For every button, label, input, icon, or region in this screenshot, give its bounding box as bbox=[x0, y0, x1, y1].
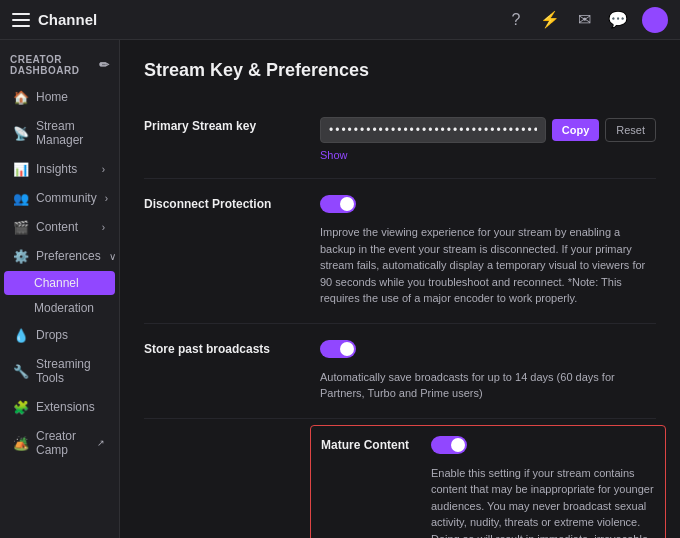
sidebar-section-header: CREATOR DASHBOARD ✏ bbox=[0, 48, 119, 82]
stream-key-row: Copy Reset bbox=[320, 117, 656, 143]
extensions-icon: 🧩 bbox=[14, 400, 28, 414]
label-disconnect-protection: Disconnect Protection bbox=[144, 195, 304, 211]
toggle-track bbox=[431, 436, 467, 454]
community-chevron: › bbox=[105, 193, 108, 204]
sidebar-item-community[interactable]: 👥 Community › bbox=[4, 184, 115, 212]
preferences-icon: ⚙️ bbox=[14, 249, 28, 263]
sidebar-item-stream-manager[interactable]: 📡 Stream Manager bbox=[4, 112, 115, 154]
top-nav: Channel ? ⚡ ✉ 💬 bbox=[0, 0, 680, 40]
creator-camp-icon: 🏕️ bbox=[14, 436, 28, 450]
control-mature-content: Mature Content Enable this setting if yo… bbox=[320, 435, 656, 539]
toggle-track bbox=[320, 340, 356, 358]
control-disconnect-protection: Improve the viewing experience for your … bbox=[320, 195, 656, 307]
edit-dashboard-icon[interactable]: ✏ bbox=[99, 58, 110, 72]
content-icon: 🎬 bbox=[14, 220, 28, 234]
nav-left: Channel bbox=[12, 11, 97, 28]
sidebar-item-insights[interactable]: 📊 Insights › bbox=[4, 155, 115, 183]
drops-icon: 💧 bbox=[14, 328, 28, 342]
mature-content-toggle[interactable] bbox=[431, 436, 467, 454]
sidebar-item-drops[interactable]: 💧 Drops bbox=[4, 321, 115, 349]
setting-row-mature-content: Mature Content Enable this setting if yo… bbox=[144, 419, 656, 539]
sidebar-item-moderation[interactable]: Moderation bbox=[4, 296, 115, 320]
setting-row-primary-stream-key: Primary Stream key Copy Reset Show bbox=[144, 101, 656, 179]
insights-icon: 📊 bbox=[14, 162, 28, 176]
sidebar-item-home[interactable]: 🏠 Home bbox=[4, 83, 115, 111]
store-past-broadcasts-description: Automatically save broadcasts for up to … bbox=[320, 369, 656, 402]
store-past-broadcasts-toggle[interactable] bbox=[320, 340, 356, 358]
brand-name: Channel bbox=[38, 11, 97, 28]
main-layout: CREATOR DASHBOARD ✏ 🏠 Home 📡 Stream Mana… bbox=[0, 40, 680, 538]
setting-row-store-past-broadcasts: Store past broadcasts Automatically save… bbox=[144, 324, 656, 419]
mail-icon[interactable]: ✉ bbox=[574, 10, 594, 30]
external-link-icon: ↗ bbox=[97, 438, 105, 448]
mature-content-controls: Enable this setting if your stream conta… bbox=[431, 436, 655, 539]
show-link[interactable]: Show bbox=[320, 149, 348, 161]
sidebar-item-preferences[interactable]: ⚙️ Preferences ∨ bbox=[4, 242, 115, 270]
avatar[interactable] bbox=[642, 7, 668, 33]
mature-content-box: Mature Content Enable this setting if yo… bbox=[310, 425, 666, 539]
mature-content-description: Enable this setting if your stream conta… bbox=[431, 465, 655, 539]
toggle-thumb bbox=[340, 197, 354, 211]
disconnect-protection-toggle[interactable] bbox=[320, 195, 356, 213]
stream-manager-icon: 📡 bbox=[14, 126, 28, 140]
setting-row-disconnect-protection: Disconnect Protection Improve the viewin… bbox=[144, 179, 656, 324]
toggle-track bbox=[320, 195, 356, 213]
community-icon: 👥 bbox=[14, 191, 28, 205]
help-icon[interactable]: ? bbox=[506, 10, 526, 30]
content-area: Stream Key & Preferences Primary Stream … bbox=[120, 40, 680, 538]
page-title: Stream Key & Preferences bbox=[144, 60, 656, 81]
content-chevron: › bbox=[102, 222, 105, 233]
home-icon: 🏠 bbox=[14, 90, 28, 104]
preferences-chevron: ∨ bbox=[109, 251, 116, 262]
chat-icon[interactable]: 💬 bbox=[608, 10, 628, 30]
mature-content-label: Mature Content bbox=[321, 436, 421, 452]
sidebar-item-content[interactable]: 🎬 Content › bbox=[4, 213, 115, 241]
stream-key-input[interactable] bbox=[320, 117, 546, 143]
label-primary-stream-key: Primary Stream key bbox=[144, 117, 304, 133]
hamburger-icon[interactable] bbox=[12, 13, 30, 27]
sidebar-item-streaming-tools[interactable]: 🔧 Streaming Tools bbox=[4, 350, 115, 392]
insights-chevron: › bbox=[102, 164, 105, 175]
label-mature-content bbox=[144, 435, 304, 437]
sidebar-item-extensions[interactable]: 🧩 Extensions bbox=[4, 393, 115, 421]
mature-content-inner: Mature Content Enable this setting if yo… bbox=[321, 436, 655, 539]
toggle-thumb bbox=[451, 438, 465, 452]
control-store-past-broadcasts: Automatically save broadcasts for up to … bbox=[320, 340, 656, 402]
nav-right: ? ⚡ ✉ 💬 bbox=[506, 7, 668, 33]
label-store-past-broadcasts: Store past broadcasts bbox=[144, 340, 304, 356]
toggle-thumb bbox=[340, 342, 354, 356]
bookmark-icon[interactable]: ⚡ bbox=[540, 10, 560, 30]
sidebar-item-creator-camp[interactable]: 🏕️ Creator Camp ↗ bbox=[4, 422, 115, 464]
disconnect-protection-description: Improve the viewing experience for your … bbox=[320, 224, 656, 307]
control-primary-stream-key: Copy Reset Show bbox=[320, 117, 656, 162]
sidebar: CREATOR DASHBOARD ✏ 🏠 Home 📡 Stream Mana… bbox=[0, 40, 120, 538]
reset-button[interactable]: Reset bbox=[605, 118, 656, 142]
streaming-tools-icon: 🔧 bbox=[14, 364, 28, 378]
copy-button[interactable]: Copy bbox=[552, 119, 600, 141]
sidebar-item-channel[interactable]: Channel bbox=[4, 271, 115, 295]
